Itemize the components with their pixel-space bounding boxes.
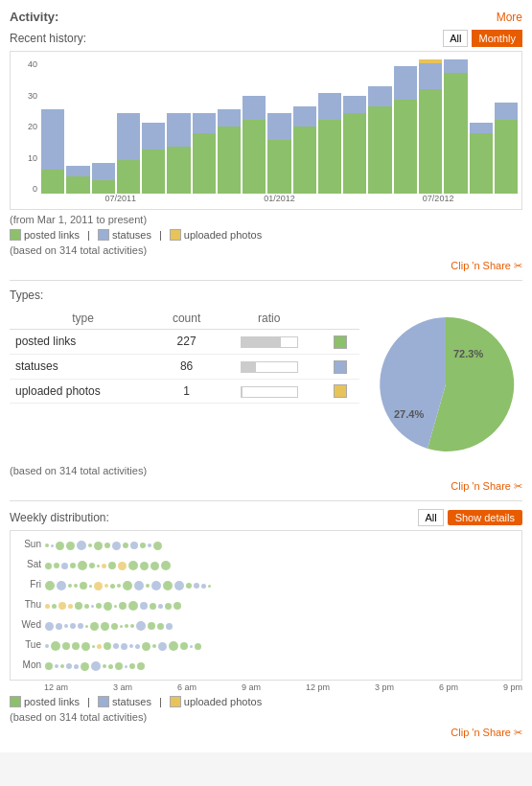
- activity-dot: [113, 643, 119, 649]
- activity-dot: [157, 623, 164, 630]
- activity-dot: [77, 541, 86, 550]
- types-based-text: (based on 314 total activities): [10, 465, 522, 476]
- weekly-x-axis: 12 am 3 am 6 am 9 am 12 pm 3 pm 6 pm 9 p…: [10, 682, 522, 692]
- weekly-statuses-color: [98, 696, 109, 707]
- bar-segment-green: [495, 120, 518, 194]
- bar-segment-green: [117, 160, 140, 194]
- activity-dot: [103, 664, 106, 668]
- activity-dot: [85, 625, 88, 628]
- all-filter-button[interactable]: All: [443, 30, 468, 47]
- bar-segment-blue: [66, 166, 89, 176]
- activity-dot: [115, 662, 123, 670]
- bar-segment-green: [41, 170, 64, 194]
- weekly-controls: All Show details: [418, 509, 522, 526]
- bar-group: [495, 59, 518, 194]
- activity-dot: [55, 664, 58, 668]
- posted-links-color-box: [10, 229, 21, 241]
- activity-dot: [51, 544, 54, 547]
- activity-dot: [78, 561, 87, 570]
- weekly-clip-share[interactable]: Clip 'n Share ✂: [10, 727, 522, 739]
- activity-dot: [128, 561, 138, 570]
- activity-dot: [110, 584, 115, 589]
- bar-segment-blue: [368, 86, 391, 106]
- activity-dot: [161, 561, 171, 570]
- recent-history-title: Recent history:: [10, 32, 86, 45]
- bar-segment-blue: [41, 109, 64, 170]
- legend-posted-links: posted links: [10, 229, 80, 241]
- bar-segment-green: [167, 147, 190, 194]
- ratio-bar: [241, 386, 298, 398]
- activity-dot: [89, 585, 92, 588]
- table-row: uploaded photos1: [10, 379, 359, 404]
- day-label: Mon: [12, 659, 41, 670]
- dot-row: Fri: [45, 577, 518, 594]
- weekly-all-button[interactable]: All: [418, 509, 443, 526]
- types-section-header: Types:: [10, 289, 522, 302]
- activity-dot: [130, 542, 138, 549]
- uploaded-photos-color-box: [170, 229, 181, 241]
- activity-dot: [135, 644, 140, 649]
- activity-dot: [52, 604, 57, 609]
- bar-segment-blue: [267, 113, 290, 140]
- pie-large-label: 72.3%: [453, 348, 483, 359]
- activity-dot: [89, 563, 95, 568]
- activity-dot: [121, 643, 127, 650]
- show-details-button[interactable]: Show details: [448, 510, 522, 525]
- pie-small-label: 27.4%: [394, 408, 424, 420]
- activity-dot: [92, 645, 95, 648]
- weekly-legend-posted: posted links: [10, 696, 80, 707]
- activity-header: Activity: More: [10, 10, 522, 24]
- ratio-bar: [241, 336, 298, 348]
- activity-dot: [173, 602, 181, 610]
- activity-dot: [119, 602, 127, 610]
- bar-segment-green: [142, 150, 165, 194]
- activity-dot: [45, 604, 50, 609]
- bar-group: [66, 59, 89, 194]
- activity-dot: [152, 644, 156, 648]
- activity-dot: [60, 664, 64, 668]
- type-color-box: [334, 360, 347, 374]
- ratio-bar-fill: [242, 362, 257, 372]
- uploaded-photos-label: uploaded photos: [184, 229, 262, 241]
- activity-dot: [75, 602, 82, 610]
- activity-dot: [54, 563, 59, 568]
- more-button[interactable]: More: [497, 11, 522, 24]
- activity-dot: [165, 603, 172, 610]
- activity-dot: [158, 642, 167, 651]
- bar-group: [218, 59, 241, 194]
- bar-segment-blue: [470, 123, 493, 133]
- divider-2: [10, 500, 522, 501]
- activity-dot: [66, 542, 75, 550]
- type-cell: posted links: [10, 330, 156, 355]
- activity-dot: [66, 663, 72, 669]
- weekly-photos-label: uploaded photos: [184, 696, 262, 707]
- activity-dot: [57, 581, 66, 590]
- types-clip-share[interactable]: Clip 'n Share ✂: [10, 480, 522, 493]
- activity-dot: [70, 563, 76, 568]
- activity-dot: [140, 602, 148, 610]
- history-clip-share[interactable]: Clip 'n Share ✂: [10, 260, 522, 272]
- bar-group: [470, 59, 493, 194]
- activity-dot: [56, 542, 64, 550]
- activity-dot: [45, 622, 54, 631]
- dot-row: Tue: [45, 637, 518, 655]
- activity-dot: [190, 645, 193, 648]
- activity-dot: [78, 623, 83, 629]
- bar-group: [267, 59, 290, 194]
- bar-segment-blue: [444, 59, 467, 73]
- color-cell: [321, 379, 359, 404]
- dot-row: Wed: [45, 617, 518, 635]
- monthly-filter-button[interactable]: Monthly: [472, 30, 522, 47]
- bar-segment-green: [444, 73, 467, 194]
- activity-dot: [194, 583, 199, 589]
- activity-dot: [88, 543, 92, 547]
- day-label: Tue: [12, 639, 41, 650]
- activity-dot: [45, 662, 53, 670]
- bar-segment-green: [419, 89, 442, 194]
- activity-dot: [148, 622, 155, 630]
- activity-dot: [84, 604, 89, 609]
- bar-group: [193, 59, 216, 194]
- bar-group: [318, 59, 341, 194]
- activity-dot: [137, 662, 145, 670]
- bar-segment-blue: [343, 96, 366, 113]
